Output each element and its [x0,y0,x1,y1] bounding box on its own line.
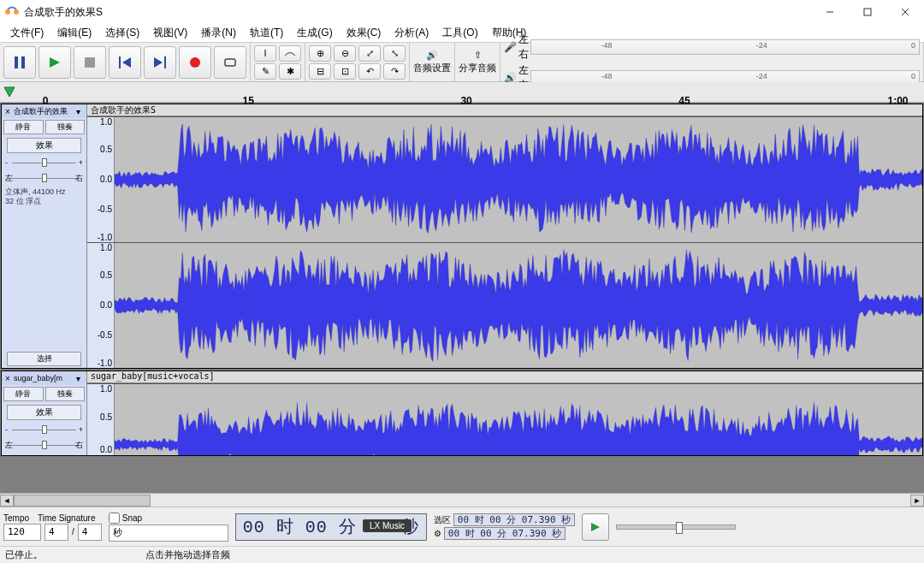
solo-button[interactable]: 独奏 [45,120,86,134]
envelope-tool[interactable] [279,45,301,62]
redo-button[interactable]: ↷ [383,63,406,80]
snap-unit-select[interactable]: 秒 [109,524,228,542]
menu-transport[interactable]: 播录(N) [194,24,243,42]
menu-analyze[interactable]: 分析(A) [388,24,435,42]
titlebar: 合成歌手的效果S [0,0,924,24]
timesig-den-input[interactable]: 4 [78,524,102,541]
mute-button[interactable]: 静音 [3,387,44,401]
selection-tool[interactable]: I [254,45,276,62]
mute-button[interactable]: 静音 [3,120,44,134]
snap-checkbox[interactable]: Snap [109,513,228,524]
playhead-icon[interactable] [3,86,15,98]
waveform-channel-left[interactable]: 1.00.50.0 [87,383,922,455]
silence-button[interactable]: ⊡ [334,63,356,80]
waveform-channel-right[interactable]: 1.00.50.0-0.5-1.0 [87,242,922,368]
recording-meter[interactable]: -48 -24 0 [530,39,920,55]
pan-slider[interactable]: 左右 [5,172,83,184]
menu-file[interactable]: 文件(F) [3,24,50,42]
waveform-svg [115,117,922,242]
track-close-button[interactable]: × [2,374,14,383]
draw-tool[interactable]: ✎ [254,63,276,80]
menu-edit[interactable]: 编辑(E) [50,24,98,42]
tempo-input[interactable]: 120 [3,524,41,541]
track-waveform-area[interactable]: 合成歌手的效果S 1.00.50.0-0.5-1.0 1.00.50.0-0.5… [87,104,922,368]
svg-rect-13 [164,56,166,68]
timeline-ruler[interactable]: 0 15 30 45 1:00 [0,82,924,103]
trim-button[interactable]: ⊟ [309,63,331,80]
menu-tools[interactable]: 工具(O) [435,24,484,42]
track-control-panel: × sugar_baby[m ▾ 静音 独奏 效果 -+ 左右 [2,371,87,455]
selection-start-input[interactable]: 00 时 00 分 07.390 秒 [453,513,575,526]
audio-setup-button[interactable]: 音频设置 [413,62,451,74]
play-at-speed-button[interactable] [582,513,609,541]
record-button[interactable] [179,46,211,79]
solo-button[interactable]: 独奏 [45,387,86,401]
svg-rect-7 [21,56,25,68]
bottom-toolbar: TempoTime Signature 120 4 / 4 Snap 秒 00 … [0,507,924,546]
loop-button[interactable] [214,46,246,79]
track-menu-button[interactable]: ▾ [76,107,86,116]
track-select-button[interactable]: 选择 [7,352,81,366]
mic-icon[interactable]: 🎤 [504,41,517,53]
meter-rec-lr: 左右 [518,33,529,62]
scroll-right-button[interactable]: ► [910,495,924,507]
scroll-left-button[interactable]: ◄ [0,495,14,507]
timesig-num-input[interactable]: 4 [44,524,68,541]
track-row: × 合成歌手的效果 ▾ 静音 独奏 效果 -+ 左右 立体声, 44100 Hz… [1,104,923,369]
multi-tool[interactable]: ✱ [279,63,301,80]
share-audio-button[interactable]: 分享音频 [459,62,496,74]
svg-rect-9 [85,57,95,68]
pause-button[interactable] [3,46,36,79]
track-waveform-area[interactable]: sugar_baby[music+vocals] 1.00.50.0 [87,371,922,455]
clip-label[interactable]: sugar_baby[music+vocals] [87,371,922,383]
fit-project-button[interactable]: ⤡ [383,45,406,62]
svg-point-0 [5,9,10,15]
track-name[interactable]: sugar_baby[m [14,374,76,382]
zoom-in-button[interactable]: ⊕ [309,45,331,62]
gear-icon[interactable]: ⚙ [434,529,441,538]
app-icon [5,5,19,19]
speaker-icon: 🔊 [426,50,438,61]
svg-marker-17 [591,523,600,531]
scroll-thumb[interactable] [14,495,151,507]
minimize-button[interactable] [811,0,849,24]
waveform-channel-left[interactable]: 1.00.50.0-0.5-1.0 [87,116,922,242]
effects-button[interactable]: 效果 [7,405,81,420]
track-control-panel: × 合成歌手的效果 ▾ 静音 独奏 效果 -+ 左右 立体声, 44100 Hz… [2,104,87,368]
track-menu-button[interactable]: ▾ [76,374,86,383]
tempo-label: Tempo [3,513,29,523]
menu-view[interactable]: 视图(V) [146,24,194,42]
tracks-area: × 合成歌手的效果 ▾ 静音 独奏 效果 -+ 左右 立体声, 44100 Hz… [0,103,924,493]
play-button[interactable] [38,46,71,79]
status-text: 已停止。 [5,548,43,561]
statusbar: 已停止。 点击并拖动选择音频 [0,546,924,563]
track-close-button[interactable]: × [2,107,14,116]
menu-tracks[interactable]: 轨道(T) [243,24,290,42]
menu-effect[interactable]: 效果(C) [340,24,388,42]
close-button[interactable] [886,0,924,24]
meters-group: 🎤 左右 -48 -24 0 🔊 左右 -48 -24 0 [500,43,924,81]
status-hint: 点击并拖动选择音频 [145,548,230,561]
playback-speed-slider[interactable] [616,524,736,530]
svg-point-1 [14,9,19,15]
selection-end-input[interactable]: 00 时 00 分 07.390 秒 [444,527,566,540]
pan-slider[interactable]: 左右 [5,439,83,451]
gain-slider[interactable]: -+ [5,424,83,436]
gain-slider[interactable]: -+ [5,157,83,169]
skip-start-button[interactable] [109,46,141,79]
undo-button[interactable]: ↶ [358,63,381,80]
svg-rect-10 [119,56,121,68]
svg-rect-3 [864,9,871,15]
skip-end-button[interactable] [144,46,176,79]
menu-select[interactable]: 选择(S) [98,24,146,42]
horizontal-scrollbar[interactable]: ◄ ► [0,493,924,507]
maximize-button[interactable] [849,0,886,24]
fit-selection-button[interactable]: ⤢ [358,45,381,62]
clip-label[interactable]: 合成歌手的效果S [87,104,922,116]
menu-generate[interactable]: 生成(G) [290,24,339,42]
track-name[interactable]: 合成歌手的效果 [14,106,76,117]
svg-rect-15 [225,59,235,66]
effects-button[interactable]: 效果 [7,138,81,153]
stop-button[interactable] [74,46,106,79]
zoom-out-button[interactable]: ⊖ [334,45,356,62]
